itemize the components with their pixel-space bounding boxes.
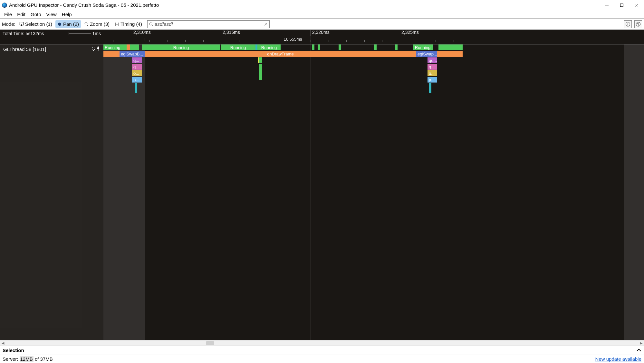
status-bar: Server: 12MB of 37MB New update availabl… xyxy=(0,355,644,363)
svg-point-15 xyxy=(628,23,628,24)
timing-icon xyxy=(115,22,119,26)
time-ruler[interactable]: 2,310ms 2,315ms 2,320ms 2,325ms xyxy=(103,30,644,44)
trace-block[interactable] xyxy=(438,44,463,50)
trace-running[interactable]: Running xyxy=(257,44,281,50)
trace-eglswap[interactable]: eglSwap... xyxy=(416,51,437,57)
trace-block[interactable] xyxy=(318,44,320,50)
trace-block[interactable] xyxy=(127,44,130,50)
selection-title: Selection xyxy=(3,348,24,353)
trace-q[interactable]: q... xyxy=(132,64,142,70)
menu-help[interactable]: Help xyxy=(60,11,74,18)
ruler-scale: 1ms xyxy=(92,31,101,36)
trace-block[interactable] xyxy=(259,64,262,80)
update-available-link[interactable]: New update available xyxy=(595,356,641,362)
toolbar: Mode: Selection (1) Pan (2) Zoom (3) Tim… xyxy=(0,19,644,30)
chevron-up-icon[interactable] xyxy=(636,348,641,353)
trace-block[interactable] xyxy=(130,44,139,50)
trace-running[interactable]: Running xyxy=(142,44,220,50)
ruler-tick: 2,325ms xyxy=(400,30,419,36)
scroll-left-icon[interactable]: ◀ xyxy=(1,341,5,345)
trace-block[interactable] xyxy=(437,51,463,57)
svg-line-11 xyxy=(152,25,153,26)
trace-o[interactable]: o... xyxy=(428,70,437,76)
collapse-icon[interactable] xyxy=(92,46,95,52)
trace-q[interactable]: q... xyxy=(428,64,437,70)
time-range-label: 16.555ms xyxy=(283,37,303,42)
mode-zoom[interactable]: Zoom (3) xyxy=(82,20,111,28)
search-field[interactable] xyxy=(147,20,270,28)
scroll-right-icon[interactable]: ▶ xyxy=(639,341,643,345)
track-label[interactable]: GLThread 58 [1801] xyxy=(0,44,103,99)
clear-search-icon[interactable] xyxy=(264,22,268,26)
menu-goto[interactable]: Goto xyxy=(28,11,43,18)
search-icon xyxy=(149,22,153,26)
trace-p[interactable]: p... xyxy=(132,77,142,83)
timeline-header: Total Time: 5s132ms 1ms 2,310ms 2,315ms … xyxy=(0,30,644,44)
minimize-button[interactable] xyxy=(600,0,614,10)
trace-block[interactable] xyxy=(312,44,314,50)
trace-o[interactable]: o... xyxy=(132,70,142,76)
hand-icon xyxy=(57,22,62,26)
app-icon xyxy=(2,3,7,8)
window-title: Android GPU Inspector - Candy Crush Soda… xyxy=(9,2,159,8)
help-button[interactable] xyxy=(634,20,642,28)
svg-rect-1 xyxy=(620,4,623,6)
info-button[interactable] xyxy=(624,20,632,28)
menu-view[interactable]: View xyxy=(44,11,59,18)
trace-block[interactable] xyxy=(135,83,137,93)
svg-point-18 xyxy=(638,25,639,25)
svg-line-6 xyxy=(87,25,88,26)
trace-q[interactable]: q... xyxy=(132,57,142,63)
menu-bar: File Edit Goto View Help xyxy=(0,10,644,19)
mode-label: Mode: xyxy=(2,21,15,27)
trace-block[interactable] xyxy=(395,44,398,50)
trace-block[interactable] xyxy=(374,44,377,50)
trace-block[interactable] xyxy=(259,57,262,63)
mode-pan[interactable]: Pan (2) xyxy=(55,20,81,28)
magnifier-icon xyxy=(84,22,89,26)
mode-timing[interactable]: Timing (4) xyxy=(113,20,144,28)
search-input[interactable] xyxy=(148,21,269,28)
trace-p[interactable]: p... xyxy=(428,77,437,83)
trace-eglswap[interactable]: eglSwapB... xyxy=(120,51,145,57)
horizontal-scrollbar[interactable]: ◀ ▶ xyxy=(0,340,644,346)
window-controls xyxy=(600,0,644,10)
svg-rect-16 xyxy=(628,24,628,25)
svg-point-5 xyxy=(85,23,87,25)
maximize-button[interactable] xyxy=(614,0,629,10)
trace-running[interactable]: Running xyxy=(103,44,127,50)
title-bar: Android GPU Inspector - Candy Crush Soda… xyxy=(0,0,644,10)
track-row: GLThread 58 [1801] Running Running Runni… xyxy=(0,44,644,99)
menu-file[interactable]: File xyxy=(2,11,14,18)
selection-panel[interactable]: Selection xyxy=(0,346,644,355)
selection-icon xyxy=(19,22,24,26)
ruler-tick: 2,310ms xyxy=(132,30,151,36)
trace-block[interactable] xyxy=(339,44,341,50)
close-button[interactable] xyxy=(629,0,644,10)
svg-point-10 xyxy=(149,23,152,25)
mode-selection[interactable]: Selection (1) xyxy=(17,20,54,28)
trace-block[interactable] xyxy=(429,83,431,93)
menu-edit[interactable]: Edit xyxy=(15,11,28,18)
trace-ondrawframe[interactable]: onDrawFrame xyxy=(145,51,416,57)
scroll-thumb[interactable] xyxy=(206,341,214,345)
ruler-tick: 2,315ms xyxy=(221,30,240,36)
trace-qu[interactable]: qu... xyxy=(428,57,437,63)
trace-running[interactable]: Running xyxy=(413,44,433,50)
server-memory: Server: 12MB of 37MB xyxy=(3,356,53,362)
track-canvas[interactable]: Running Running Running Running Running … xyxy=(103,44,644,99)
trace-running[interactable]: Running xyxy=(221,44,255,50)
timeline-area[interactable]: Total Time: 5s132ms 1ms 2,310ms 2,315ms … xyxy=(0,30,644,340)
pin-icon[interactable] xyxy=(96,46,100,52)
total-time-label: Total Time: 5s132ms xyxy=(3,31,44,36)
trace-block[interactable] xyxy=(103,51,120,57)
thread-name: GLThread 58 [1801] xyxy=(3,46,46,52)
ruler-tick: 2,320ms xyxy=(311,30,330,36)
